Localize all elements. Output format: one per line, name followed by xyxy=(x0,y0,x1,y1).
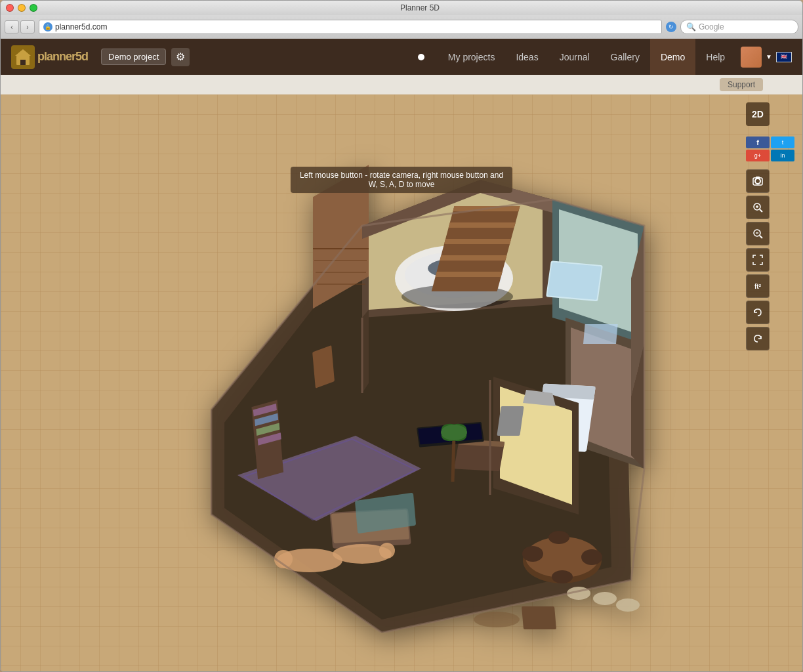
address-bar[interactable]: 🔒 planner5d.com xyxy=(39,20,662,34)
os-window: Planner 5D ‹ › 🔒 planner5d.com ↻ 🔍 Googl… xyxy=(0,0,803,672)
svg-rect-2 xyxy=(20,60,26,65)
secure-icon: 🔒 xyxy=(43,22,52,32)
minimize-button[interactable] xyxy=(18,4,26,12)
zoom-out-button[interactable] xyxy=(746,222,770,245)
search-placeholder: Google xyxy=(699,22,724,32)
app-navbar: planner5d Demo project ⚙ My projects Ide… xyxy=(1,39,802,75)
svg-line-62 xyxy=(453,436,454,482)
svg-rect-18 xyxy=(449,222,516,228)
svg-rect-30 xyxy=(583,324,618,344)
svg-point-40 xyxy=(581,549,602,565)
floorplan-svg xyxy=(133,134,670,633)
svg-point-45 xyxy=(616,598,640,612)
logo: planner5d xyxy=(11,45,88,69)
nav-buttons: ‹ › xyxy=(5,20,35,33)
logo-text: planner5d xyxy=(37,50,88,64)
svg-marker-1 xyxy=(15,49,31,56)
user-area: ▼ 🇬🇧 xyxy=(741,47,792,68)
nav-links: My projects Ideas Journal Gallery Demo H… xyxy=(438,39,735,75)
zoom-in-button[interactable] xyxy=(746,196,770,219)
floorplan-container xyxy=(1,94,802,671)
support-button[interactable]: Support xyxy=(720,78,763,91)
svg-point-44 xyxy=(593,592,617,605)
svg-point-41 xyxy=(548,531,569,544)
svg-line-80 xyxy=(760,209,762,212)
language-flag[interactable]: 🇬🇧 xyxy=(776,52,792,62)
svg-point-67 xyxy=(474,612,520,627)
nav-help[interactable]: Help xyxy=(695,39,735,75)
logo-icon xyxy=(11,45,35,69)
svg-rect-20 xyxy=(440,255,506,261)
right-toolbar: 2D f t g+ in xyxy=(746,102,794,350)
nav-my-projects[interactable]: My projects xyxy=(438,39,506,75)
close-button[interactable] xyxy=(6,4,14,12)
search-icon: 🔍 xyxy=(686,22,696,32)
svg-point-39 xyxy=(522,546,543,562)
screenshot-button[interactable] xyxy=(746,169,770,193)
svg-line-84 xyxy=(760,236,762,238)
nav-journal[interactable]: Journal xyxy=(549,39,600,75)
view-2d-button[interactable]: 2D xyxy=(746,102,770,126)
svg-rect-19 xyxy=(444,239,511,244)
redo-button[interactable] xyxy=(746,327,770,350)
status-dot xyxy=(418,54,424,60)
svg-rect-25 xyxy=(547,262,601,300)
app-content: planner5d Demo project ⚙ My projects Ide… xyxy=(1,39,802,671)
social-buttons: f t g+ in xyxy=(746,136,794,161)
support-bar: Support xyxy=(1,75,802,94)
address-text: planner5d.com xyxy=(55,22,107,32)
svg-rect-78 xyxy=(756,177,760,178)
svg-point-76 xyxy=(755,178,760,184)
svg-point-51 xyxy=(379,543,395,558)
main-viewport[interactable]: Left mouse button - rotate camera, right… xyxy=(1,94,802,671)
googleplus-button[interactable]: g+ xyxy=(746,150,770,161)
nav-gallery[interactable]: Gallery xyxy=(600,39,650,75)
browser-toolbar: ‹ › 🔒 planner5d.com ↻ 🔍 Google xyxy=(1,15,802,39)
maximize-button[interactable] xyxy=(30,4,37,12)
forward-button[interactable]: › xyxy=(20,20,35,33)
title-bar: Planner 5D xyxy=(1,1,802,15)
search-bar[interactable]: 🔍 Google xyxy=(680,20,798,34)
house-structure xyxy=(211,165,644,633)
undo-button[interactable] xyxy=(746,301,770,324)
fullscreen-button[interactable] xyxy=(746,248,770,272)
twitter-button[interactable]: t xyxy=(771,136,794,148)
svg-point-65 xyxy=(441,425,467,440)
avatar[interactable] xyxy=(741,47,762,68)
svg-point-42 xyxy=(552,570,573,583)
title-bar-buttons xyxy=(6,4,37,12)
browser-chrome: ‹ › 🔒 planner5d.com ↻ 🔍 Google xyxy=(1,15,802,39)
window-title: Planner 5D xyxy=(43,3,797,12)
back-button[interactable]: ‹ xyxy=(5,20,19,33)
project-name[interactable]: Demo project xyxy=(101,49,166,65)
facebook-button[interactable]: f xyxy=(746,136,770,148)
svg-rect-68 xyxy=(312,345,335,388)
dropdown-arrow[interactable]: ▼ xyxy=(766,53,772,60)
units-button[interactable]: ft² xyxy=(746,274,770,298)
nav-demo[interactable]: Demo xyxy=(650,39,695,75)
svg-rect-35 xyxy=(497,406,524,436)
refresh-button[interactable]: ↻ xyxy=(666,22,676,32)
nav-ideas[interactable]: Ideas xyxy=(505,39,548,75)
svg-rect-66 xyxy=(522,606,556,629)
linkedin-button[interactable]: in xyxy=(771,150,794,161)
svg-rect-21 xyxy=(436,272,503,277)
settings-button[interactable]: ⚙ xyxy=(171,48,190,66)
